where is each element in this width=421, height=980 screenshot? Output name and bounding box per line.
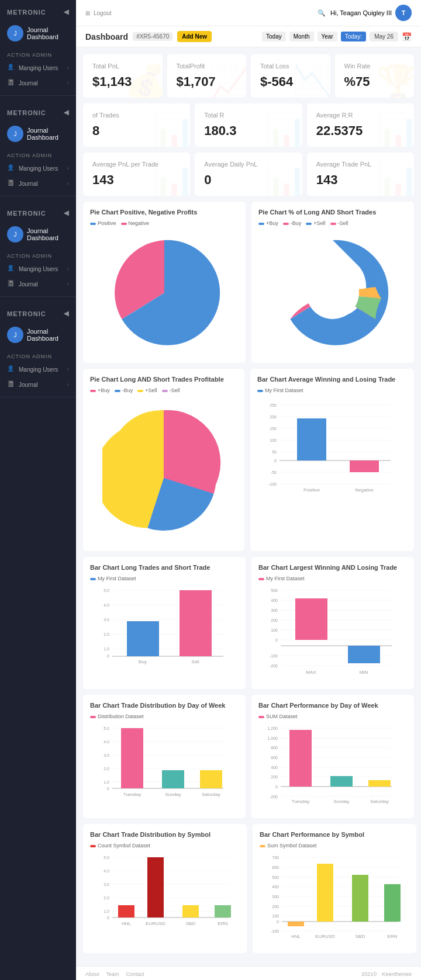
stat-card-2: Total Loss $-564 📉: [251, 54, 330, 98]
svg-text:300: 300: [272, 895, 279, 899]
today-filter-button[interactable]: Today: [262, 32, 286, 41]
svg-rect-92: [289, 730, 312, 787]
svg-text:0: 0: [275, 785, 278, 789]
topbar-left: ⊞ Logout: [85, 10, 112, 16]
chevron-right-icon-7: ›: [67, 366, 69, 372]
svg-rect-138: [352, 875, 368, 922]
svg-text:1,000: 1,000: [267, 736, 278, 740]
stat-card-1: TotalProfit $1,707 📈: [167, 54, 247, 98]
today-label-button[interactable]: Today:: [341, 32, 366, 41]
sidebar-item-managing-users-3[interactable]: 👤 Manging Users ›: [0, 261, 76, 276]
charts-row-5: Bar Chart Trade Distribution by Symbol C…: [83, 824, 414, 953]
svg-text:3.0: 3.0: [103, 882, 109, 886]
sidebar-item-journal-2[interactable]: 📓 Journal ›: [0, 176, 76, 191]
stat-label-3-0: Average PnL per Trade: [92, 161, 181, 168]
svg-text:-100: -100: [268, 482, 277, 486]
stat-value-3-0: 143: [92, 172, 181, 188]
sidebar-nav-dashboard-4[interactable]: J Journal Dashboard: [0, 322, 76, 348]
svg-rect-55: [348, 646, 380, 663]
pie-chart-2: Pie Chart % of Long AND Short Trades +Bu…: [251, 202, 414, 363]
svg-text:0: 0: [274, 459, 277, 463]
sidebar-collapse-icon-4[interactable]: ◀: [64, 310, 69, 317]
month-filter-button[interactable]: Month: [289, 32, 314, 41]
user-icon-2: 👤: [7, 164, 15, 172]
chevron-right-icon-4: ›: [67, 181, 69, 186]
svg-rect-33: [127, 621, 159, 656]
sidebar-item-journal[interactable]: 📓 Journal ›: [0, 75, 76, 91]
bar-chart-1-svg: 250 200 150 100 50 0 -50 -100: [262, 399, 402, 493]
sidebar-item-journal-4[interactable]: 📓 Journal ›: [0, 377, 76, 392]
add-new-button[interactable]: Add New: [177, 31, 212, 42]
legend-buy-pos-3: +Buy: [90, 387, 110, 393]
footer-about[interactable]: About: [85, 971, 99, 977]
svg-text:3.0: 3.0: [103, 753, 109, 757]
sidebar-item-managing-users-2[interactable]: 👤 Manging Users ›: [0, 161, 76, 176]
svg-text:200: 200: [271, 775, 278, 779]
svg-text:1.0: 1.0: [103, 909, 109, 913]
sidebar-collapse-icon-2[interactable]: ◀: [64, 109, 69, 116]
sidebar-block-4: METRONIC ◀ J Journal Dashboard ACTION AD…: [0, 302, 76, 397]
svg-text:Saturday: Saturday: [370, 799, 389, 804]
sidebar-item-journal-3[interactable]: 📓 Journal ›: [0, 276, 76, 292]
sidebar-nav-dashboard[interactable]: J Journal Dashboard: [0, 20, 76, 46]
sidebar-item-managing-users[interactable]: 👤 Manging Users ›: [0, 60, 76, 75]
avatar-2: J: [7, 126, 23, 142]
svg-rect-94: [368, 780, 391, 787]
bar-chart-3: Bar Chart Largest Winning AND Losing Tra…: [251, 557, 414, 689]
pie-chart-1-title: Pie Chart Positive, Negative Profits: [90, 209, 239, 216]
sidebar-item-inner-2: 📓 Journal: [7, 79, 38, 87]
user-greeting: Hi, Teagan Quigley III: [330, 9, 392, 16]
footer-right: 2021© Keenthemes: [361, 971, 412, 977]
calendar-icon[interactable]: 📅: [402, 32, 412, 41]
stats-grid-1: Total PnL $1,143 💰 TotalProfit $1,707 📈 …: [83, 54, 414, 98]
sidebar-collapse-icon-3[interactable]: ◀: [64, 209, 69, 217]
legend-bar1: My First Dataset: [257, 387, 303, 393]
sidebar-item-managing-users-4[interactable]: 👤 Manging Users ›: [0, 362, 76, 377]
svg-text:Tuesday: Tuesday: [123, 792, 141, 797]
sidebar-nav-label: Journal Dashboard: [27, 26, 69, 40]
dash-header-left: Dashboard #XR5-45670 Add New: [85, 31, 212, 42]
svg-text:ERN: ERN: [218, 921, 228, 926]
svg-text:600: 600: [271, 756, 278, 760]
user-icon: 👤: [7, 64, 15, 72]
bar-chart-1-legend: My First Dataset: [257, 387, 407, 393]
svg-text:1,200: 1,200: [267, 726, 278, 730]
footer: About Team Contact 2021© Keenthemes: [76, 966, 421, 980]
legend-sell-neg-3: -Sell: [162, 387, 180, 393]
sidebar-item-inner-8: 📓 Journal: [7, 380, 38, 389]
footer-contact[interactable]: Contact: [126, 971, 144, 977]
sidebar-nav-dashboard-3[interactable]: J Journal Dashboard: [0, 221, 76, 247]
bar-chart-7-title: Bar Chart Performance by Symbol: [260, 831, 409, 838]
legend-positive: Positive: [90, 220, 116, 226]
svg-rect-18: [350, 460, 379, 472]
year-filter-button[interactable]: Year: [318, 32, 337, 41]
svg-text:100: 100: [271, 628, 278, 632]
svg-rect-71: [162, 770, 184, 788]
svg-text:500: 500: [271, 588, 278, 593]
sidebar-block-3: METRONIC ◀ J Journal Dashboard ACTION AD…: [0, 201, 76, 297]
topbar-right: 🔍 Hi, Teagan Quigley III T: [318, 5, 412, 21]
legend-bar6: Count Symbol Dataset: [90, 843, 150, 849]
sidebar-nav-dashboard-2[interactable]: J Journal Dashboard: [0, 121, 76, 147]
search-icon[interactable]: 🔍: [318, 9, 326, 17]
chevron-right-icon-6: ›: [67, 281, 69, 287]
svg-text:Sunday: Sunday: [165, 792, 181, 797]
svg-text:4.0: 4.0: [103, 603, 109, 607]
svg-text:EURUSD: EURUSD: [315, 934, 335, 939]
sidebar-collapse-icon[interactable]: ◀: [64, 8, 69, 16]
svg-text:100: 100: [270, 438, 277, 442]
logout-label[interactable]: Logout: [94, 10, 112, 16]
legend-sell-pos-3: +Sell: [137, 387, 157, 393]
svg-rect-113: [215, 905, 231, 917]
svg-text:200: 200: [271, 618, 278, 622]
sidebar-item-label: Manging Users: [19, 65, 58, 71]
svg-text:2.0: 2.0: [103, 767, 109, 771]
chevron-right-icon-2: ›: [67, 80, 69, 86]
pie-chart-2-container: [258, 230, 407, 356]
bar-chart-1-area: 250 200 150 100 50 0 -50 -100: [257, 397, 407, 497]
svg-text:5.0: 5.0: [103, 588, 109, 593]
bar-chart-1: Bar Chart Average Winning and Losing Tra…: [250, 369, 414, 551]
bar-chart-3-svg: 500 400 300 200 100 0 -100 -200 MAX: [263, 587, 398, 678]
dash-header-right: Today Month Year Today: May 26 📅: [262, 32, 412, 41]
footer-team[interactable]: Team: [106, 971, 119, 977]
